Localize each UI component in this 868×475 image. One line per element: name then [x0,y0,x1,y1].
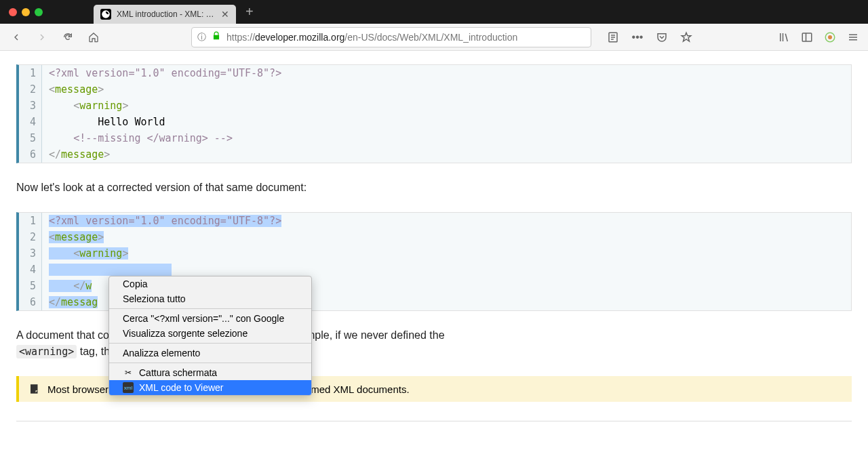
new-tab-button[interactable]: + [245,4,254,20]
scissors-icon: ✂ [123,367,134,378]
menu-separator [109,308,311,309]
context-menu: Copia Seleziona tutto Cerca "<?xml versi… [108,276,312,396]
traffic-lights [9,8,43,16]
code-text[interactable]: </message> [42,146,110,163]
inline-code-warning-tag: <warning> [16,345,77,358]
extension-icon[interactable] [822,29,838,45]
browser-tab[interactable]: XML introduction - XML: Extens ✕ [94,5,236,24]
divider [16,421,852,421]
code-line: 3 <warning> [19,98,851,114]
forward-button[interactable] [33,28,52,47]
sidebar-icon[interactable] [799,29,815,45]
code-text[interactable]: <?xml version="1.0" encoding="UTF-8"?> [42,65,281,81]
line-number: 6 [19,146,42,163]
line-number: 1 [19,213,42,229]
menu-copy[interactable]: Copia [109,276,311,291]
line-number: 3 [19,98,42,114]
svg-rect-7 [802,33,812,41]
svg-point-10 [828,35,832,39]
code-block-1[interactable]: 1<?xml version="1.0" encoding="UTF-8"?>2… [16,64,852,163]
code-line: 1<?xml version="1.0" encoding="UTF-8"?> [19,65,851,81]
library-icon[interactable] [776,29,792,45]
line-number: 4 [19,262,42,278]
reload-button[interactable] [58,28,77,47]
code-text[interactable]: <warning> [42,245,128,262]
menu-view-source[interactable]: Visualizza sorgente selezione [109,326,311,341]
code-line: 4 Hello World [19,114,851,130]
menu-search-google[interactable]: Cerca "<?xml version="..." con Google [109,311,311,326]
tab-title: XML introduction - XML: Extens [117,9,216,19]
code-text[interactable]: <warning> [42,98,128,114]
code-line: 2<message> [19,229,851,245]
minimize-window-button[interactable] [22,8,30,16]
line-number: 4 [19,114,42,130]
line-number: 1 [19,65,42,81]
bookmark-star-icon[interactable] [678,29,694,45]
code-text[interactable]: </messag [42,294,98,310]
code-line: 2<message> [19,81,851,98]
line-number: 5 [19,278,42,294]
line-number: 3 [19,245,42,262]
menu-select-all[interactable]: Seleziona tutto [109,291,311,306]
code-line: 1<?xml version="1.0" encoding="UTF-8"?> [19,213,851,229]
window-titlebar: XML introduction - XML: Extens ✕ + [0,0,868,24]
menu-separator [109,343,311,344]
reader-mode-icon[interactable] [605,29,621,45]
line-number: 2 [19,229,42,245]
svg-line-6 [785,33,787,41]
url-text: https://developer.mozilla.org/en-US/docs… [226,32,585,43]
browser-toolbar: ⓘ https://developer.mozilla.org/en-US/do… [0,24,868,51]
menu-inspect-element[interactable]: Analizza elemento [109,346,311,360]
code-text[interactable]: Hello World [42,114,165,130]
note-icon [28,383,41,395]
menu-screenshot[interactable]: ✂ Cattura schermata [109,365,311,380]
svg-rect-14 [31,384,38,394]
menu-xml-viewer[interactable]: xml XML code to Viewer [109,380,311,395]
code-text[interactable]: </w [42,278,92,294]
code-line: 3 <warning> [19,245,851,262]
code-text[interactable]: <?xml version="1.0" encoding="UTF-8"?> [42,213,281,229]
tab-close-icon[interactable]: ✕ [221,9,229,20]
maximize-window-button[interactable] [35,8,43,16]
tab-favicon-icon [100,9,111,20]
line-number: 6 [19,294,42,310]
page-actions-icon[interactable]: ••• [629,29,646,45]
line-number: 2 [19,81,42,98]
page-content: 1<?xml version="1.0" encoding="UTF-8"?>2… [0,51,868,435]
xml-extension-icon: xml [123,382,134,393]
code-line: 5 <!--missing </warning> --> [19,130,851,146]
menu-icon[interactable] [845,29,861,45]
lock-icon [212,31,221,43]
url-bar[interactable]: ⓘ https://developer.mozilla.org/en-US/do… [191,27,591,47]
paragraph-corrected-intro: Now let's look at a corrected version of… [16,180,852,196]
code-line: 6</message> [19,146,851,163]
back-button[interactable] [7,28,26,47]
line-number: 5 [19,130,42,146]
home-button[interactable] [84,28,103,47]
menu-separator [109,363,311,363]
pocket-icon[interactable] [654,29,670,45]
code-text[interactable]: <message> [42,229,104,245]
close-window-button[interactable] [9,8,17,16]
code-text[interactable]: <message> [42,81,104,98]
site-info-icon[interactable]: ⓘ [197,31,206,43]
code-text[interactable]: <!--missing </warning> --> [42,130,233,146]
